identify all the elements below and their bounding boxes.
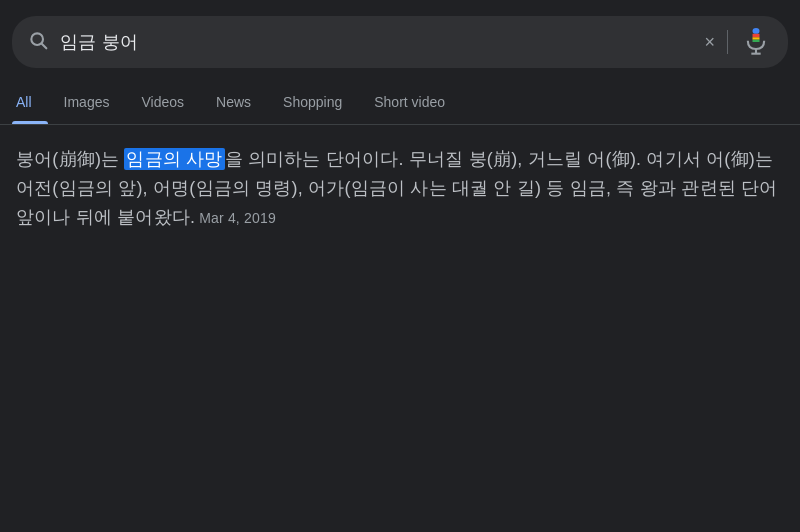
divider [727,30,728,54]
result-paragraph: 붕어(崩御)는 임금의 사망을 의미하는 단어이다. 무너질 붕(崩), 거느릴… [16,145,784,231]
search-bar-container: 임금 붕어 × [0,0,800,80]
search-icon [28,30,48,55]
tab-short-videos[interactable]: Short video [358,80,461,124]
tab-images[interactable]: Images [48,80,126,124]
tab-news[interactable]: News [200,80,267,124]
svg-rect-4 [753,34,760,38]
svg-line-1 [42,43,47,48]
tabs-container: All Images Videos News Shopping Short vi… [0,80,800,125]
tab-videos[interactable]: Videos [125,80,200,124]
svg-rect-3 [753,28,760,34]
content-area: 붕어(崩御)는 임금의 사망을 의미하는 단어이다. 무너질 붕(崩), 거느릴… [0,125,800,247]
svg-rect-6 [753,40,760,42]
clear-icon[interactable]: × [704,32,715,53]
result-date: Mar 4, 2019 [199,210,276,226]
search-input[interactable]: 임금 붕어 [60,30,692,54]
svg-rect-5 [753,37,760,39]
result-highlight: 임금의 사망 [124,148,224,170]
mic-button[interactable] [740,26,772,58]
tab-shopping[interactable]: Shopping [267,80,358,124]
search-bar: 임금 붕어 × [12,16,788,68]
result-text-before: 붕어(崩御)는 [16,149,124,169]
tab-all[interactable]: All [12,80,48,124]
